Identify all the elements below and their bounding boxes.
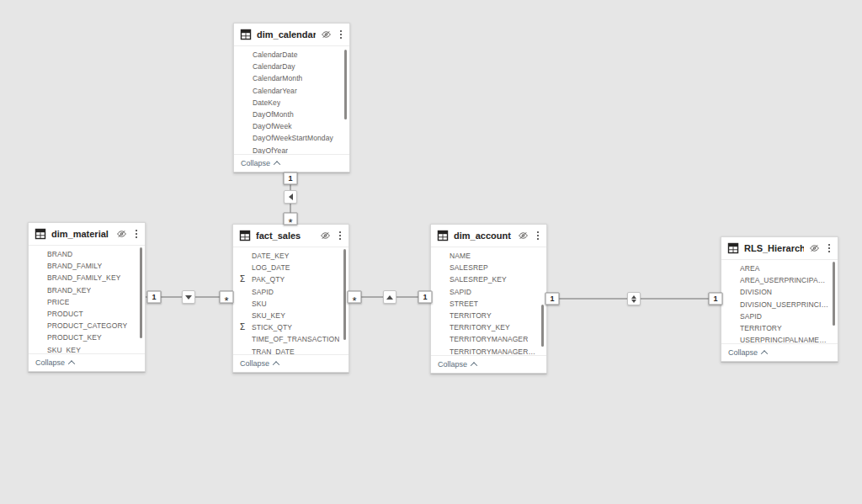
collapse-label: Collapse [241, 159, 270, 167]
field-row-TERRITORY_KEY[interactable]: TERRITORY_KEY [431, 321, 546, 333]
field-row-STICK_QTY[interactable]: Σ STICK_QTY [233, 321, 349, 333]
table-name: fact_sales [256, 231, 315, 241]
table-name: RLS_Hierarchy [744, 243, 804, 253]
table-card-fact_sales[interactable]: fact_sales DATE_KEY LOG_DATE Σ PAK_QTY [232, 224, 349, 373]
field-row-SAPID[interactable]: SAPID [233, 286, 349, 298]
field-row-TERRITORYMANAGER[interactable]: TERRITORYMANAGER [431, 333, 546, 345]
collapse-button[interactable]: Collapse [728, 348, 767, 357]
visibility-eye-icon[interactable] [116, 229, 127, 239]
table-card-dim_account[interactable]: dim_account NAME SALESREP SALESREP_KEY [430, 224, 547, 374]
table-header[interactable]: dim_calendar [234, 24, 349, 46]
collapse-button[interactable]: Collapse [240, 359, 279, 368]
field-row-DIVISION_USERPRINCIPALNAME[interactable]: DIVISION_USERPRINCIPALNAME [721, 299, 838, 310]
collapse-button[interactable]: Collapse [241, 159, 279, 167]
field-row-DIVISION[interactable]: DIVISION [721, 286, 838, 298]
field-row-TIME_OF_TRANSACTION[interactable]: TIME_OF_TRANSACTION [233, 333, 349, 345]
model-canvas[interactable]: 1**11*11 dim_calendar [0, 0, 862, 504]
field-list: NAME SALESREP SALESREP_KEY SAPID STREET … [431, 247, 546, 355]
field-row-PAK_QTY[interactable]: Σ PAK_QTY [233, 273, 349, 285]
field-row-DateKey[interactable]: DateKey [234, 97, 349, 109]
field-row-SAPID[interactable]: SAPID [431, 286, 546, 298]
field-row-LOG_DATE[interactable]: LOG_DATE [233, 262, 349, 273]
field-row-SALESREP_KEY[interactable]: SALESREP_KEY [431, 273, 546, 285]
more-options-icon[interactable] [338, 231, 343, 241]
table-header[interactable]: dim_material [29, 223, 145, 246]
field-row-TERRITORY[interactable]: TERRITORY [721, 322, 838, 334]
field-row-PRODUCT_KEY[interactable]: PRODUCT_KEY [29, 332, 145, 343]
field-name: SKU_KEY [252, 311, 285, 320]
field-row-SALESREP[interactable]: SALESREP [431, 262, 546, 273]
field-row-SKU_KEY[interactable]: SKU_KEY [29, 344, 145, 354]
collapse-button[interactable]: Collapse [438, 360, 476, 369]
table-card-dim_material[interactable]: dim_material BRAND BRAND_FAMILY BRAND_FA… [28, 222, 146, 372]
sum-sigma-icon: Σ [240, 323, 245, 332]
field-name: SKU [252, 300, 267, 308]
field-row-DayOfMonth[interactable]: DayOfMonth [234, 109, 349, 120]
field-row-DayOfYear[interactable]: DayOfYear [234, 145, 349, 155]
cardinality-badge: * [220, 291, 234, 304]
table-header[interactable]: dim_account [431, 225, 546, 247]
header-actions [518, 231, 540, 241]
more-options-icon[interactable] [535, 231, 540, 241]
field-row-TERRITORY[interactable]: TERRITORY [431, 310, 546, 321]
filter-direction-icon [383, 290, 396, 304]
collapse-label: Collapse [35, 358, 65, 367]
field-name: DIVISION_USERPRINCIPALNAME [740, 300, 829, 309]
field-name: CalendarDate [253, 50, 298, 59]
card-footer: Collapse [431, 355, 546, 373]
field-name: BRAND_FAMILY [47, 262, 102, 270]
visibility-eye-icon[interactable] [809, 243, 820, 253]
cardinality-badge: 1 [418, 291, 433, 304]
field-row-NAME[interactable]: NAME [431, 250, 546, 262]
field-row-BRAND_FAMILY_KEY[interactable]: BRAND_FAMILY_KEY [29, 272, 145, 284]
header-actions [116, 229, 139, 239]
filter-direction-icon [284, 190, 297, 204]
sum-sigma-icon: Σ [240, 275, 245, 284]
field-row-AREA[interactable]: AREA [721, 263, 838, 274]
field-row-CalendarDate[interactable]: CalendarDate [234, 49, 349, 61]
field-name: LOG_DATE [252, 263, 290, 272]
field-row-DayOfWeekStartMonday[interactable]: DayOfWeekStartMonday [234, 132, 349, 144]
field-list: AREA AREA_USERPRINCIPALNAME DIVISION DIV… [721, 260, 838, 343]
field-row-DATE_KEY[interactable]: DATE_KEY [233, 250, 349, 262]
field-row-PRODUCT[interactable]: PRODUCT [29, 308, 145, 320]
card-footer: Collapse [233, 354, 349, 372]
field-row-AREA_USERPRINCIPALNAME[interactable]: AREA_USERPRINCIPALNAME [721, 274, 838, 286]
field-row-SKU[interactable]: SKU [233, 298, 349, 310]
visibility-eye-icon[interactable] [320, 231, 331, 241]
field-row-CalendarMonth[interactable]: CalendarMonth [234, 72, 349, 84]
field-row-PRODUCT_CATEGORY[interactable]: PRODUCT_CATEGORY [29, 320, 145, 332]
field-name: PAK_QTY [252, 275, 285, 284]
field-row-SAPID[interactable]: SAPID [721, 310, 838, 322]
field-row-CalendarYear[interactable]: CalendarYear [234, 85, 349, 97]
collapse-button[interactable]: Collapse [35, 358, 74, 367]
table-card-RLS_Hierarchy[interactable]: RLS_Hierarchy AREA AREA_USERPRINCIPALNAM… [721, 236, 838, 362]
field-row-TRAN_DATE[interactable]: TRAN_DATE [233, 346, 349, 355]
field-name: TERRITORY [740, 324, 782, 332]
field-row-USERPRINCIPALNAME_MANAG…[interactable]: USERPRINCIPALNAME_MANAG… [721, 334, 838, 343]
field-name: TIME_OF_TRANSACTION [252, 335, 339, 343]
field-row-BRAND_KEY[interactable]: BRAND_KEY [29, 284, 145, 296]
table-header[interactable]: RLS_Hierarchy [721, 237, 838, 260]
more-options-icon[interactable] [338, 29, 343, 40]
field-row-TERRITORYMANAGER_KEY[interactable]: TERRITORYMANAGER_KEY [431, 346, 546, 356]
cardinality-badge: * [284, 213, 298, 225]
field-name: USERPRINCIPALNAME_MANAG… [740, 336, 829, 343]
field-row-PRICE[interactable]: PRICE [29, 296, 145, 308]
field-row-CalendarDay[interactable]: CalendarDay [234, 61, 349, 72]
table-icon [240, 29, 252, 40]
field-row-DayOfWeek[interactable]: DayOfWeek [234, 120, 349, 132]
field-row-BRAND[interactable]: BRAND [29, 248, 145, 260]
field-row-BRAND_FAMILY[interactable]: BRAND_FAMILY [29, 260, 145, 272]
cardinality-badge: 1 [147, 291, 162, 304]
field-list: DATE_KEY LOG_DATE Σ PAK_QTY SAPID SKU SK… [233, 247, 349, 354]
field-row-STREET[interactable]: STREET [431, 298, 546, 310]
field-row-SKU_KEY[interactable]: SKU_KEY [233, 310, 349, 321]
more-options-icon[interactable] [827, 243, 832, 253]
more-options-icon[interactable] [134, 229, 139, 239]
chevron-up-icon [761, 350, 768, 357]
cardinality-badge: 1 [545, 293, 560, 305]
visibility-eye-icon[interactable] [518, 231, 529, 241]
visibility-eye-icon[interactable] [321, 29, 332, 40]
table-card-dim_calendar[interactable]: dim_calendar CalendarDate CalendarDay Ca… [233, 23, 350, 172]
